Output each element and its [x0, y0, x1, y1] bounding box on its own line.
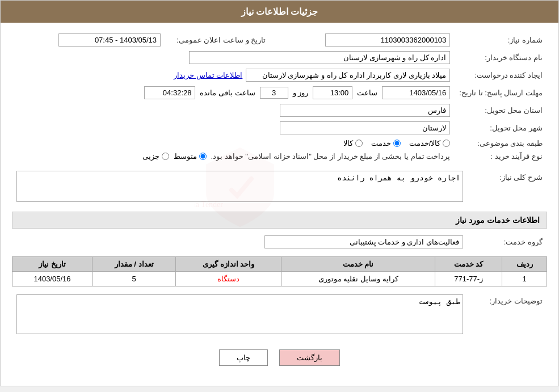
response-time-value: 13:00 [313, 86, 352, 99]
table-row: 1 ز-77-771 کرایه وسایل نقلیه موتوری دستگ… [12, 272, 547, 286]
category-option-khedmat[interactable]: خدمت [371, 139, 401, 147]
general-desc-textarea[interactable]: اجاره خودرو به همراه راننده [16, 171, 463, 202]
general-desc-table: شرح کلی نیاز: Ana Tender اجاره خودرو به … [12, 168, 547, 206]
row-quantity: 5 [92, 272, 175, 286]
category-label: طبقه بندی موضوعی: [455, 137, 547, 150]
col-header-quantity: تعداد / مقدار [92, 257, 175, 272]
service-group-value: فعالیت‌های اداری و خدمات پشتیبانی [264, 235, 463, 248]
announce-date-value: 1403/05/13 - 07:45 [58, 33, 161, 47]
service-group-table: گروه خدمت: فعالیت‌های اداری و خدمات پشتی… [12, 233, 547, 251]
process-label-jozi: جزیی [142, 152, 159, 161]
response-remaining-label: ساعت باقی مانده [200, 88, 255, 97]
category-option-kala-khedmat[interactable]: کالا/خدمت [409, 139, 451, 147]
row-name: کرایه وسایل نقلیه موتوری [281, 272, 435, 286]
services-table: ردیف کد خدمت نام خدمت واحد اندازه گیری ت… [12, 256, 547, 286]
buyer-notes-table: توضیحات خریدار: طبق پیوست [12, 292, 547, 338]
print-button[interactable]: چاپ [219, 349, 268, 366]
page-title: جزئیات اطلاعات نیاز [241, 7, 318, 16]
response-time-label: ساعت [357, 88, 377, 97]
response-deadline-label: مهلت ارسال پاسخ: تا تاریخ: [455, 84, 547, 102]
back-button[interactable]: بازگشت [279, 349, 340, 366]
row-number: 1 [502, 272, 547, 286]
content-area: شماره نیاز: 1103003362000103 تاریخ و ساع… [1, 23, 558, 386]
city-value: لارستان [280, 121, 450, 134]
service-group-label: گروه خدمت: [468, 233, 547, 251]
process-option-motaset[interactable]: متوسط [174, 152, 207, 161]
col-header-date: تاریخ نیاز [12, 257, 93, 272]
col-header-row: ردیف [502, 257, 547, 272]
row-date: 1403/05/16 [12, 272, 93, 286]
response-days-value: 3 [260, 87, 288, 99]
response-date-value: 1403/05/16 [382, 86, 450, 99]
need-number-label: شماره نیاز: [455, 31, 547, 49]
process-label-motaset: متوسط [174, 152, 197, 161]
contact-link[interactable]: اطلاعات تماس خریدار [174, 71, 242, 79]
category-label-kala-khedmat: کالا/خدمت [409, 139, 441, 147]
info-table: شماره نیاز: 1103003362000103 تاریخ و ساع… [12, 31, 547, 163]
col-header-code: کد خدمت [435, 257, 502, 272]
col-header-unit: واحد اندازه گیری [176, 257, 281, 272]
process-label: نوع فرآیند خرید : [455, 150, 547, 163]
city-label: شهر محل تحویل: [455, 119, 547, 137]
announce-date-label: تاریخ و ساعت اعلان عمومی: [165, 31, 270, 49]
need-number-value: 1103003362000103 [325, 33, 450, 47]
creator-value: میلاد بازیاری لاری کاربردار اداره کل راه… [246, 69, 450, 82]
buyer-notes-textarea[interactable]: طبق پیوست [16, 294, 463, 334]
row-unit: دستگاه [176, 272, 281, 286]
services-section-header: اطلاعات خدمات مورد نیاز [12, 212, 547, 229]
buyer-org-label: نام دستگاه خریدار: [455, 49, 547, 66]
buyer-notes-label: توضیحات خریدار: [468, 292, 547, 338]
general-desc-label: شرح کلی نیاز: [468, 168, 547, 206]
process-option-jozi[interactable]: جزیی [142, 152, 169, 161]
col-header-name: نام خدمت [281, 257, 435, 272]
process-radio-jozi[interactable] [162, 153, 169, 160]
category-radio-kala[interactable] [355, 140, 363, 147]
process-radio-motaset[interactable] [199, 153, 207, 160]
category-radio-kala-khedmat[interactable] [443, 140, 450, 147]
main-container: جزئیات اطلاعات نیاز شماره نیاز: 11030033… [0, 0, 559, 386]
page-header: جزئیات اطلاعات نیاز [1, 1, 558, 23]
button-row: بازگشت چاپ [12, 349, 547, 366]
province-label: استان محل تحویل: [455, 102, 547, 119]
category-radio-khedmat[interactable] [393, 140, 401, 147]
response-remaining-value: 04:32:28 [144, 86, 195, 99]
category-label-khedmat: خدمت [371, 139, 391, 147]
province-value: فارس [280, 104, 450, 117]
creator-label: ایجاد کننده درخواست: [455, 66, 547, 84]
row-code: ز-77-771 [435, 272, 502, 286]
category-radio-group: کالا/خدمت خدمت کالا [16, 139, 450, 147]
category-label-kala: کالا [343, 139, 353, 147]
watermark-area: Ana Tender اجاره خودرو به همراه راننده [16, 171, 463, 204]
process-note: پرداخت تمام یا بخشی از مبلغ خریدار از مح… [211, 152, 451, 161]
category-option-kala[interactable]: کالا [343, 139, 363, 147]
buyer-org-value: اداره کل راه و شهرسازی لارستان [189, 51, 450, 64]
response-days-label: روز و [293, 88, 309, 97]
